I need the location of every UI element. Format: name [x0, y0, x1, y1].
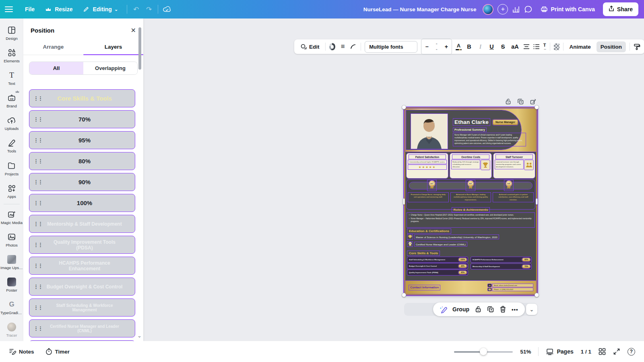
sidebar-item-typegradient[interactable]: G TypeGradie... [0, 296, 23, 319]
timeline-text[interactable]: Advanced to Nurse Manager, leading multi… [451, 193, 491, 202]
contact-email[interactable]: Email: ethan.clarke@email.com [493, 284, 533, 287]
timeline-medal-2025[interactable]: 2025 [504, 180, 513, 191]
comments-icon[interactable] [524, 5, 532, 13]
tab-layers[interactable]: Layers [83, 40, 143, 55]
position-button[interactable]: Position [597, 41, 626, 52]
print-with-canva-button[interactable]: Print with Canva [536, 3, 599, 16]
layer-item-core-skills[interactable]: ⋮⋮Core Skills & Tools [29, 89, 135, 107]
layer-item-80[interactable]: ⋮⋮80% [29, 152, 135, 170]
roles-heading[interactable]: Roles & Achievements [452, 208, 490, 212]
timeline-medal-2017[interactable]: 2017 [427, 180, 436, 191]
filter-all[interactable]: All [29, 62, 83, 74]
selection-handle-top-right[interactable] [535, 105, 539, 109]
layer-item-cnml[interactable]: ⋮⋮Certified Nurse Manager and Leader (CN… [29, 319, 135, 337]
text-case-button[interactable]: aA [510, 43, 520, 50]
skills-heading[interactable]: Core Skills & Tools [407, 251, 440, 255]
sidebar-item-poster[interactable]: Poster [0, 274, 23, 296]
sidebar-item-magic-media[interactable]: Magic Media [0, 206, 23, 228]
font-size-increase[interactable]: + [441, 41, 452, 52]
selection-handle-bottom-left[interactable] [402, 293, 406, 297]
canvas-area[interactable]: Edit ≡ Multiple fonts − - - + A B I U S … [143, 19, 644, 341]
undo-icon[interactable]: ↶ [132, 5, 140, 13]
drag-handle-icon[interactable]: ⋮⋮ [33, 137, 42, 143]
close-icon[interactable]: ✕ [131, 27, 136, 34]
grid-view-icon[interactable] [599, 348, 606, 355]
collapse-chevron-icon[interactable]: ⌄ [526, 304, 537, 315]
resume-name[interactable]: Ethan Clarke [453, 119, 490, 125]
underline-button[interactable]: U [488, 43, 495, 50]
skill-quality-improvement[interactable]: Quality Improvement Tools (PDSA)95% [407, 270, 468, 275]
contact-heading[interactable]: Contact Information [409, 285, 440, 290]
redo-icon[interactable]: ↷ [145, 5, 153, 13]
strikethrough-button[interactable]: S [499, 43, 507, 50]
tab-arrange[interactable]: Arrange [23, 40, 83, 55]
skill-mentorship[interactable]: Mentorship & Staff Development70% [471, 264, 531, 269]
sidebar-item-text[interactable]: T Text [0, 67, 23, 89]
font-size-decrease[interactable]: − [421, 41, 432, 52]
filter-overlapping[interactable]: Overlapping [83, 62, 137, 74]
drag-handle-icon[interactable]: ⋮⋮ [33, 221, 42, 227]
card-overtime-costs[interactable]: Overtime Costs Reduced by 15% through st… [450, 153, 491, 178]
sidebar-item-apps[interactable]: Apps [0, 180, 23, 202]
animate-button[interactable]: Animate [567, 42, 592, 51]
skill-staff-scheduling[interactable]: Staff Scheduling & Workforce Management1… [407, 257, 468, 262]
color-wheel-icon[interactable] [329, 43, 336, 50]
sidebar-item-design[interactable]: Design [0, 22, 23, 44]
zoom-slider-knob[interactable] [480, 348, 487, 355]
drag-handle-icon[interactable]: ⋮⋮ [33, 325, 42, 331]
text-color-button[interactable]: A [456, 43, 462, 50]
drag-handle-icon[interactable]: ⋮⋮ [33, 242, 42, 248]
education-item[interactable]: Master of Science in Nursing (Leadership… [415, 235, 499, 239]
drag-handle-icon[interactable]: ⋮⋮ [33, 158, 42, 164]
layer-item-100[interactable]: ⋮⋮100% [29, 194, 135, 212]
delete-icon[interactable] [500, 306, 506, 313]
transparency-icon[interactable] [554, 43, 560, 50]
italic-button[interactable]: I [477, 43, 484, 50]
group-button[interactable]: Group [452, 306, 469, 313]
selection-handle-top-left[interactable] [402, 105, 406, 109]
sidebar-item-photos[interactable]: Photos [0, 228, 23, 251]
sidebar-item-projects[interactable]: Projects [0, 157, 23, 179]
help-icon[interactable]: ? [627, 348, 635, 356]
insights-chart-icon[interactable] [512, 5, 520, 13]
notes-button[interactable]: Notes [9, 348, 34, 355]
sidebar-item-brand[interactable]: co Brand [0, 89, 23, 112]
font-family-dropdown[interactable]: Multiple fonts [365, 41, 417, 53]
header-dark-panel[interactable]: Ethan Clarke Nurse Manager Professional … [406, 110, 521, 150]
card-patient-satisfaction[interactable]: Patient Satisfaction Consistently achiev… [407, 153, 448, 178]
zoom-slider[interactable] [454, 348, 513, 355]
font-size-value[interactable]: - - [432, 39, 441, 54]
drag-handle-icon[interactable]: ⋮⋮ [33, 179, 42, 185]
add-member-button[interactable]: + [497, 4, 508, 14]
pages-button[interactable]: Pages [546, 348, 573, 355]
career-timeline[interactable]: 2017 2021 2025 Promoted to Charge Nurse,… [407, 180, 535, 209]
drag-handle-icon[interactable]: ⋮⋮ [33, 116, 42, 122]
layer-item-mentorship[interactable]: ⋮⋮Mentorship & Staff Development [29, 215, 135, 233]
lock-icon[interactable] [505, 98, 512, 107]
selection-handle-left[interactable] [403, 198, 405, 205]
sidebar-item-elements[interactable]: Elements [0, 44, 23, 67]
layer-item-90[interactable]: ⋮⋮90% [29, 173, 135, 191]
text-align-icon[interactable] [523, 44, 530, 49]
duplicate-icon[interactable] [487, 306, 494, 313]
layer-item-budget[interactable]: ⋮⋮Budget Oversight & Cost Control [29, 278, 135, 296]
timeline-medal-2021[interactable]: 2021 [466, 180, 475, 191]
summary-text[interactable]: Nurse Manager with 9 years of clinical e… [453, 133, 526, 146]
scroll-down-chevron-icon[interactable]: ⌄ [137, 333, 142, 339]
duplicate-page-icon[interactable] [517, 98, 524, 107]
timeline-text[interactable]: Achieved sustained gains in patient sati… [493, 193, 533, 202]
file-menu-button[interactable]: File [21, 4, 39, 15]
zoom-level[interactable]: 51% [520, 349, 531, 355]
skill-hcahps[interactable]: HCAHPS Performance Enhancement80% [471, 257, 531, 262]
more-options-icon[interactable]: ••• [512, 306, 518, 313]
card-staff-turnover[interactable]: Staff Turnover Lowered turnover rate thr… [493, 153, 535, 178]
sidebar-item-tracer[interactable]: Tracer [0, 319, 23, 341]
summary-heading[interactable]: Professional Summary [453, 128, 486, 132]
certification-item[interactable]: Certified Nurse Manager and Leader (CNML… [415, 242, 467, 246]
layer-item-95[interactable]: ⋮⋮95% [29, 131, 135, 149]
panel-scrollbar[interactable] [138, 27, 141, 70]
editing-mode-dropdown[interactable]: Editing ⌄ [78, 3, 122, 16]
line-curve-icon[interactable] [350, 44, 357, 49]
hamburger-menu-icon[interactable] [5, 6, 13, 12]
sidebar-item-uploads[interactable]: Uploads [0, 112, 23, 134]
